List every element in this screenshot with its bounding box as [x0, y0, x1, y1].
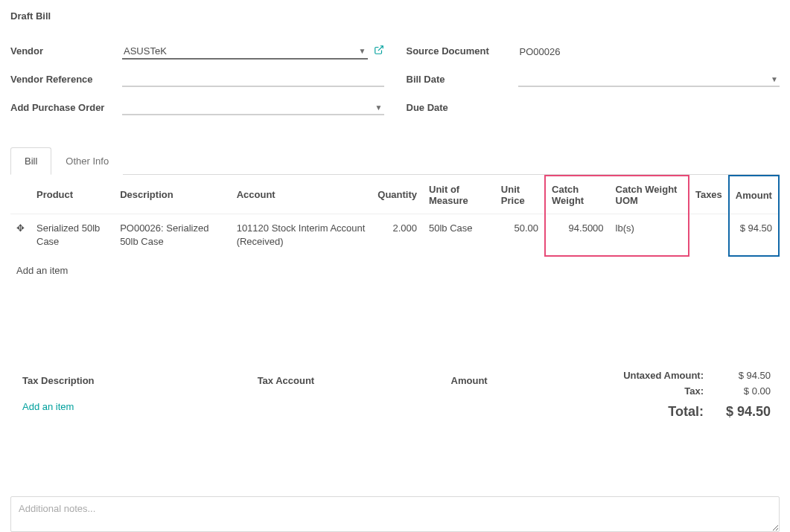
cell-description[interactable]: PO00026: Serialized 50lb Case	[114, 214, 231, 257]
col-taxes: Taxes	[689, 176, 729, 214]
bill-tab-panel: Product Description Account Quantity Uni…	[10, 175, 780, 422]
due-date-label: Due Date	[407, 102, 518, 113]
col-uom: Unit of Measure	[423, 176, 495, 214]
col-amount: Amount	[729, 176, 779, 214]
tax-table: Tax Description Tax Account Amount Add a…	[15, 368, 582, 422]
cell-taxes[interactable]	[689, 214, 729, 257]
bill-date-field[interactable]: ▼	[518, 71, 780, 87]
col-tax-description: Tax Description	[16, 369, 250, 392]
chevron-down-icon[interactable]: ▼	[375, 103, 383, 112]
col-catch-weight-uom: Catch Weight UOM	[610, 176, 689, 214]
cell-unit-price[interactable]: 50.00	[495, 214, 545, 257]
cell-catch-weight[interactable]: 94.5000	[545, 214, 610, 257]
tabs: Bill Other Info	[10, 147, 780, 175]
drag-handle-icon[interactable]: ✥	[10, 214, 31, 257]
total-label: Total:	[601, 404, 704, 420]
col-description: Description	[114, 176, 231, 214]
add-purchase-order-field[interactable]: ▼	[122, 99, 384, 115]
tab-other-info[interactable]: Other Info	[51, 147, 123, 175]
vendor-reference-label: Vendor Reference	[10, 74, 122, 85]
vendor-field[interactable]: ASUSTeK ▼	[122, 42, 368, 60]
page-title: Draft Bill	[10, 10, 780, 22]
svg-line-0	[378, 45, 382, 50]
cell-quantity[interactable]: 2.000	[372, 214, 423, 257]
col-account: Account	[231, 176, 372, 214]
vendor-value: ASUSTeK	[124, 45, 167, 57]
col-handle	[10, 176, 31, 214]
cell-uom[interactable]: 50lb Case	[423, 214, 495, 257]
source-document-label: Source Document	[407, 45, 518, 57]
source-document-field[interactable]: PO00026	[518, 42, 780, 59]
bill-date-label: Bill Date	[407, 74, 518, 85]
source-document-value: PO00026	[520, 46, 561, 57]
add-purchase-order-label: Add Purchase Order	[10, 102, 122, 113]
add-line-item[interactable]: Add an item	[10, 256, 779, 285]
col-catch-weight: Catch Weight	[545, 176, 610, 214]
vendor-label: Vendor	[10, 45, 122, 57]
totals-block: Untaxed Amount: $ 94.50 Tax: $ 0.00 Tota…	[596, 368, 775, 422]
cell-amount[interactable]: $ 94.50	[729, 214, 779, 257]
form-header: Vendor ASUSTeK ▼ Vendor Reference	[10, 41, 780, 126]
tab-bill[interactable]: Bill	[10, 147, 51, 175]
total-value: $ 94.50	[719, 404, 771, 420]
cell-catch-weight-uom[interactable]: lb(s)	[610, 214, 689, 257]
untaxed-amount-label: Untaxed Amount:	[601, 370, 704, 381]
tax-label: Tax:	[601, 385, 704, 397]
chevron-down-icon[interactable]: ▼	[771, 75, 778, 83]
cell-account[interactable]: 101120 Stock Interim Account (Received)	[231, 214, 372, 257]
col-product: Product	[31, 176, 114, 214]
tax-value: $ 0.00	[719, 385, 771, 397]
untaxed-amount-value: $ 94.50	[719, 370, 771, 381]
col-unit-price: Unit Price	[495, 176, 545, 214]
col-tax-account: Tax Account	[252, 369, 444, 392]
vendor-reference-field[interactable]	[122, 71, 384, 87]
col-tax-amount: Amount	[445, 369, 580, 392]
external-link-icon[interactable]	[374, 45, 384, 57]
add-tax-item[interactable]: Add an item	[16, 394, 580, 420]
col-quantity: Quantity	[372, 176, 423, 214]
chevron-down-icon[interactable]: ▼	[359, 47, 366, 55]
cell-product[interactable]: Serialized 50lb Case	[31, 214, 114, 257]
invoice-lines-table: Product Description Account Quantity Uni…	[10, 175, 780, 286]
additional-notes-textarea[interactable]	[10, 496, 780, 532]
table-row[interactable]: ✥ Serialized 50lb Case PO00026: Serializ…	[10, 214, 779, 257]
